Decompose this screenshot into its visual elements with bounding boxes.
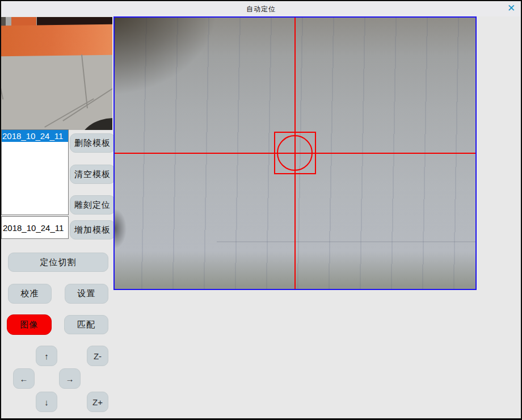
preview-tile-line: [62, 86, 112, 121]
match-button[interactable]: 匹配: [64, 315, 108, 334]
preview-dark-object: [79, 118, 112, 130]
close-icon[interactable]: ✕: [506, 3, 517, 14]
jog-left-button[interactable]: ←: [13, 368, 35, 389]
camera-viewport: [113, 16, 477, 290]
template-list-item-selected[interactable]: 2018_10_24_11: [2, 130, 68, 142]
jog-up-button[interactable]: ↑: [36, 346, 57, 366]
camera-feed-image: [115, 18, 475, 289]
preview-orange-beam: [1, 24, 112, 57]
preview-tile-line: [1, 55, 3, 100]
jog-z-plus-button[interactable]: Z+: [87, 392, 108, 412]
auto-position-dialog: 自动定位 ✕ 2018_10_24_11 删除模板 清空模板 雕刻定位 增加模板…: [0, 0, 522, 420]
image-button-active[interactable]: 图像: [7, 314, 52, 335]
calibrate-button[interactable]: 校准: [8, 284, 52, 304]
template-name-input[interactable]: [1, 216, 69, 239]
delete-template-button[interactable]: 删除模板: [70, 133, 115, 153]
jog-z-minus-button[interactable]: Z-: [87, 346, 108, 366]
title-bar: 自动定位 ✕: [1, 1, 521, 16]
jog-right-button[interactable]: →: [59, 368, 81, 389]
camera-tile-line: [217, 241, 475, 242]
jog-down-button[interactable]: ↓: [36, 392, 57, 412]
position-cut-button[interactable]: 定位切割: [8, 253, 108, 272]
clear-templates-button[interactable]: 清空模板: [70, 165, 115, 184]
template-list[interactable]: 2018_10_24_11: [1, 129, 69, 215]
template-preview-image: [1, 17, 112, 130]
add-template-button[interactable]: 增加模板: [70, 220, 115, 240]
engrave-position-button[interactable]: 雕刻定位: [70, 195, 115, 215]
settings-button[interactable]: 设置: [65, 284, 108, 304]
dialog-title: 自动定位: [1, 5, 521, 14]
preview-tile-line: [44, 98, 94, 128]
preview-tile-line: [81, 54, 88, 108]
target-circle-overlay: [277, 135, 313, 171]
